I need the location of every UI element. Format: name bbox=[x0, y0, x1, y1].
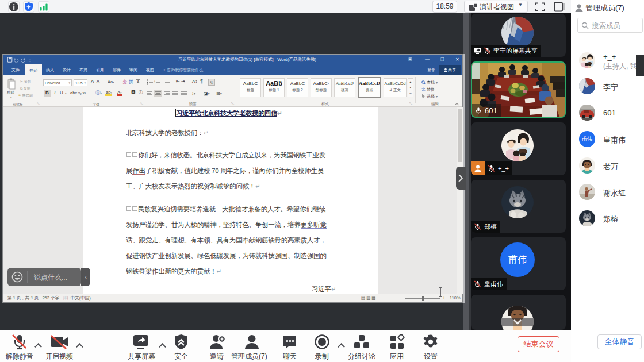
svg-text:2: 2 bbox=[154, 82, 155, 84]
